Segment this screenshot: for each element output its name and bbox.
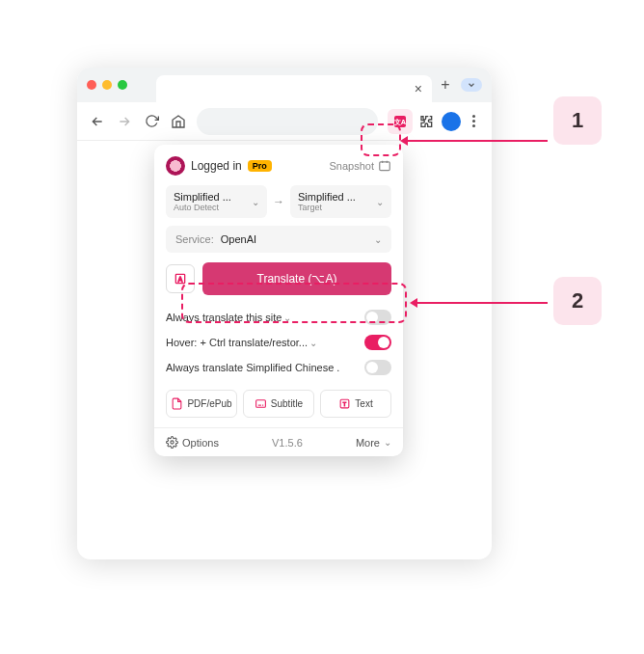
target-language-label: Simplified ... xyxy=(298,191,356,203)
option-always-site-label: Always translate this site xyxy=(166,312,282,323)
mode-pdf-button[interactable]: PDF/ePub xyxy=(166,390,237,418)
translate-mode-toggle[interactable]: A xyxy=(166,264,195,293)
option-always-site: Always translate this site ⌄ xyxy=(166,305,391,330)
callout-step-1: 1 xyxy=(553,96,602,145)
translate-button[interactable]: Translate (⌥A) xyxy=(202,262,391,295)
svg-text:文A: 文A xyxy=(393,117,407,125)
browser-tab[interactable]: × xyxy=(156,75,432,102)
extensions-puzzle-icon[interactable] xyxy=(418,113,436,130)
minimize-window-icon[interactable] xyxy=(102,80,112,90)
login-status: Logged in xyxy=(191,159,242,173)
profile-avatar-icon[interactable] xyxy=(442,112,461,131)
more-button[interactable]: More ⌄ xyxy=(356,437,391,449)
option-always-lang: Always translate Simplified Chinese ... xyxy=(166,355,391,380)
browser-tabbar: × + xyxy=(77,68,492,102)
target-language-select[interactable]: Simplified ... Target ⌄ xyxy=(290,185,391,218)
chevron-down-icon: ⌄ xyxy=(384,437,391,448)
reload-button[interactable] xyxy=(143,113,160,130)
forward-button[interactable] xyxy=(116,113,133,130)
subtitle-icon xyxy=(255,397,267,410)
source-language-label: Simplified ... xyxy=(174,191,231,203)
popup-header: Logged in Pro Snapshot xyxy=(166,156,391,176)
service-label: Service: xyxy=(175,233,214,245)
toggle-always-lang[interactable] xyxy=(364,360,391,375)
chevron-down-icon: ⌄ xyxy=(252,197,259,207)
language-selector-row: Simplified ... Auto Detect ⌄ → Simplifie… xyxy=(166,185,391,218)
svg-rect-2 xyxy=(380,162,390,171)
annotation-arrow-1 xyxy=(403,140,548,142)
gear-icon xyxy=(166,436,178,449)
window-traffic-lights[interactable] xyxy=(87,80,127,90)
option-hover-label: Hover: + Ctrl translate/restor... xyxy=(166,337,308,348)
options-label: Options xyxy=(182,437,219,449)
translate-mode-icon: A xyxy=(173,271,188,286)
svg-text:T: T xyxy=(343,401,347,407)
back-button[interactable] xyxy=(89,113,106,130)
user-avatar-icon[interactable] xyxy=(166,156,185,176)
chevron-down-icon[interactable]: ⌄ xyxy=(283,313,291,323)
source-language-sub: Auto Detect xyxy=(174,203,231,212)
snapshot-button[interactable]: Snapshot xyxy=(330,159,391,173)
home-button[interactable] xyxy=(170,113,187,130)
chevron-down-icon[interactable]: ⌄ xyxy=(309,338,317,348)
maximize-window-icon[interactable] xyxy=(118,80,127,90)
popup-footer: Options V1.5.6 More ⌄ xyxy=(154,427,403,456)
translate-button-label: Translate (⌥A) xyxy=(257,272,337,286)
address-bar[interactable] xyxy=(197,108,378,135)
service-select[interactable]: Service: OpenAI ⌄ xyxy=(166,226,391,253)
mode-buttons-row: PDF/ePub Subtitle T Text xyxy=(166,390,391,418)
snapshot-icon xyxy=(378,159,391,173)
callout-1-label: 1 xyxy=(572,108,583,133)
more-label: More xyxy=(356,437,380,449)
chrome-tabstrip-menu-icon[interactable] xyxy=(461,78,482,92)
extension-area: 文A xyxy=(388,109,480,134)
mode-subtitle-label: Subtitle xyxy=(271,398,303,409)
mode-pdf-label: PDF/ePub xyxy=(187,398,231,409)
mode-text-button[interactable]: T Text xyxy=(320,390,391,418)
target-language-sub: Target xyxy=(298,203,356,212)
text-icon: T xyxy=(338,397,351,410)
option-hover: Hover: + Ctrl translate/restor... ⌄ xyxy=(166,330,391,355)
svg-point-10 xyxy=(171,441,174,444)
chevron-down-icon: ⌄ xyxy=(374,234,382,245)
callout-step-2: 2 xyxy=(553,277,602,325)
translate-action-row: A Translate (⌥A) xyxy=(166,262,391,295)
mode-text-label: Text xyxy=(355,398,372,409)
extension-popup: Logged in Pro Snapshot Simplified ... Au… xyxy=(154,145,403,456)
svg-text:A: A xyxy=(178,276,183,283)
snapshot-label: Snapshot xyxy=(330,160,374,172)
mode-subtitle-button[interactable]: Subtitle xyxy=(243,390,314,418)
browser-menu-icon[interactable] xyxy=(467,115,480,127)
extension-icon[interactable]: 文A xyxy=(388,109,413,134)
pro-badge: Pro xyxy=(248,160,272,172)
version-label: V1.5.6 xyxy=(272,437,303,449)
svg-rect-5 xyxy=(255,400,265,408)
file-icon xyxy=(171,397,183,410)
callout-2-label: 2 xyxy=(572,288,583,313)
browser-toolbar: 文A xyxy=(77,102,492,141)
close-tab-icon[interactable]: × xyxy=(415,81,422,96)
service-value: OpenAI xyxy=(221,233,256,245)
new-tab-button[interactable]: + xyxy=(436,76,455,94)
arrow-right-icon: → xyxy=(273,195,284,208)
toggle-hover[interactable] xyxy=(364,335,391,350)
options-button[interactable]: Options xyxy=(166,436,219,449)
annotation-arrow-2 xyxy=(413,302,548,304)
source-language-select[interactable]: Simplified ... Auto Detect ⌄ xyxy=(166,185,267,218)
chevron-down-icon: ⌄ xyxy=(376,197,384,207)
close-window-icon[interactable] xyxy=(87,80,96,90)
toggle-always-site[interactable] xyxy=(364,310,391,325)
option-always-lang-label: Always translate Simplified Chinese ... xyxy=(166,362,339,373)
